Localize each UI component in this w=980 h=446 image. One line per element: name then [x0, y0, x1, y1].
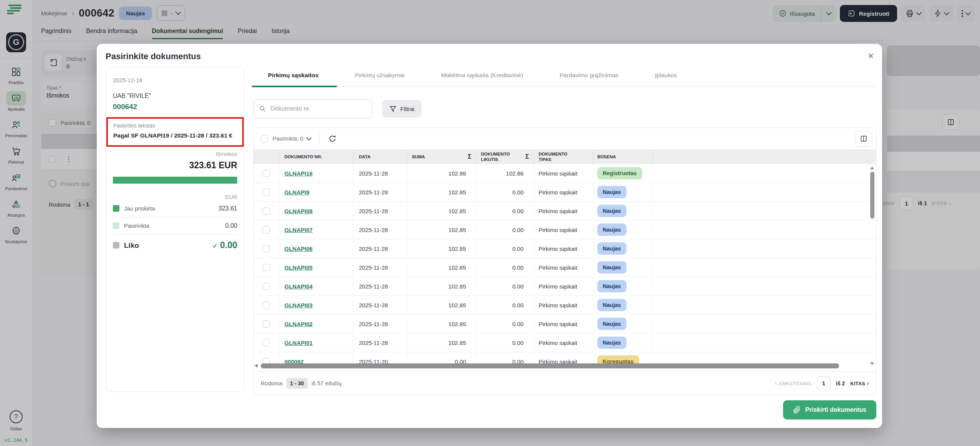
document-likutis: 0.00 [476, 333, 534, 352]
document-date: 2025-11-28 [354, 296, 407, 314]
document-date: 2025-11-28 [354, 239, 407, 258]
header-suma[interactable]: SUMA Σ [407, 149, 476, 164]
document-suma: 102.86 [407, 164, 476, 182]
scroll-down-icon[interactable] [870, 362, 874, 365]
table-row[interactable]: GLNAPI06 2025-11-28 102.85 0.00 Pirkimo … [254, 239, 876, 258]
document-tipas: Pirkimo sąskait [534, 202, 593, 220]
currency-label: EUR [113, 194, 237, 200]
vertical-scroll-thumb[interactable] [870, 172, 874, 219]
document-suma: 102.85 [407, 239, 476, 258]
tab-pirkimu-saskaitos[interactable]: Pirkimų sąskaitos [268, 64, 319, 86]
allocation-progress-bar [113, 177, 237, 184]
tab-pirkimu-uzsakymai[interactable]: Pirkimų užsakymai [355, 64, 405, 86]
table-row[interactable]: GLNAPI9 2025-11-28 102.85 0.00 Pirkimo s… [254, 183, 876, 202]
status-badge: Naujas [597, 337, 626, 349]
tab-iplaukos[interactable]: Įplaukos [655, 64, 677, 86]
legend-assigned: Jau priskirta 323.61 [113, 200, 237, 217]
horizontal-scrollbar[interactable] [255, 363, 868, 369]
document-date: 2025-11-28 [354, 315, 407, 333]
document-link[interactable]: GLNAPI05 [279, 258, 354, 277]
purpose-highlight-box: Paskirties tekstas Pagal SF GLNAPI19 / 2… [106, 117, 244, 147]
table-row[interactable]: GLNAPI01 2025-11-28 102.85 0.00 Pirkimo … [254, 333, 876, 352]
table-row[interactable]: GLNAPI04 2025-11-28 102.85 0.00 Pirkimo … [254, 277, 876, 296]
select-all-checkbox[interactable] [261, 135, 268, 143]
document-link[interactable]: GLNAPI9 [279, 183, 354, 201]
row-checkbox[interactable] [263, 283, 270, 290]
table-toolbar: Pasirinkta: 0 [254, 128, 876, 149]
payment-number[interactable]: 000642 [113, 103, 237, 111]
document-likutis: 102.86 [476, 164, 534, 182]
document-date: 2025-11-28 [354, 333, 407, 352]
scroll-left-icon[interactable] [255, 364, 258, 368]
header-dokumento-nr[interactable]: DOKUMENTO NR. [279, 149, 354, 164]
close-icon[interactable]: × [868, 51, 874, 61]
tab-moketina-saskaita[interactable]: Mokėtina sąskaita (Kreditorinė) [441, 64, 523, 86]
next-page-button[interactable]: KITAS › [850, 380, 869, 387]
search-field [253, 99, 372, 118]
row-checkbox[interactable] [263, 189, 270, 196]
row-checkbox[interactable] [263, 245, 270, 252]
document-link[interactable]: GLNAPI04 [279, 277, 354, 295]
document-link[interactable]: GLNAPI03 [279, 296, 354, 314]
row-checkbox[interactable] [263, 320, 270, 328]
header-dokumento-likutis[interactable]: DOKUMENTO LIKUTIS Σ [476, 149, 534, 164]
status-badge: Naujas [597, 186, 626, 198]
document-link[interactable]: GLNAPI08 [279, 202, 354, 220]
table-pagination: Rodoma 1 - 30 iš 57 eilučių ‹ ANKSTESNIS… [254, 371, 876, 395]
document-link[interactable]: GLNAPI01 [279, 333, 354, 352]
row-checkbox[interactable] [263, 170, 270, 177]
document-link[interactable]: GLNAPI06 [279, 239, 354, 258]
scroll-up-icon[interactable] [870, 166, 874, 169]
row-checkbox[interactable] [263, 207, 270, 215]
row-checkbox[interactable] [263, 226, 270, 234]
table-row[interactable]: GLNAPI05 2025-11-28 102.85 0.00 Pirkimo … [254, 258, 876, 277]
tab-pardavimo-grazinimas[interactable]: Pardavimo grąžinimas [560, 64, 618, 86]
payment-total: 323.61 EUR [113, 160, 237, 171]
header-busena[interactable]: BŪSENA [593, 149, 653, 164]
modal-tabs: Pirkimų sąskaitos Pirkimų užsakymai Mokė… [253, 64, 876, 87]
documents-table-body: GLNAPI16 2025-11-28 102.86 102.86 Pirkim… [254, 164, 876, 367]
assign-documents-button[interactable]: Priskirti dokumentus [783, 400, 876, 419]
row-checkbox[interactable] [263, 302, 270, 309]
row-checkbox[interactable] [263, 264, 270, 271]
status-badge: Naujas [597, 205, 626, 217]
vertical-scrollbar[interactable] [870, 166, 875, 365]
document-link[interactable]: GLNAPI02 [279, 315, 354, 333]
row-checkbox[interactable] [263, 339, 270, 347]
page-number-input[interactable]: 1 [817, 376, 831, 390]
document-link[interactable]: GLNAPI16 [279, 164, 354, 182]
table-row[interactable]: GLNAPI07 2025-11-28 102.85 0.00 Pirkimo … [254, 221, 876, 239]
table-row[interactable]: GLNAPI02 2025-11-28 102.85 0.00 Pirkimo … [254, 315, 876, 333]
search-input[interactable] [270, 105, 367, 113]
document-suma: 102.85 [407, 277, 476, 295]
horizontal-scroll-thumb[interactable] [261, 363, 839, 368]
check-icon: ✓ [212, 242, 218, 250]
status-badge: Naujas [597, 242, 626, 255]
refresh-icon[interactable] [328, 134, 337, 143]
status-badge: Naujas [597, 261, 626, 274]
header-checkbox-cell [254, 149, 279, 164]
filter-button[interactable]: Filtrai [382, 100, 421, 118]
sum-icon[interactable]: Σ [525, 153, 529, 160]
column-settings-button[interactable] [855, 131, 872, 147]
payment-type: Išmokos [113, 151, 237, 157]
page-of: iš 2 [836, 380, 845, 386]
document-tipas: Pirkimo sąskait [534, 258, 593, 277]
status-badge: Naujas [597, 280, 626, 292]
sum-icon[interactable]: Σ [468, 153, 471, 160]
document-tipas: Pirkimo sąskait [534, 183, 593, 201]
header-dokumento-tipas[interactable]: DOKUMENTO TIPAS [534, 149, 593, 164]
document-date: 2025-11-28 [354, 221, 407, 239]
table-row[interactable]: GLNAPI16 2025-11-28 102.86 102.86 Pirkim… [254, 164, 876, 183]
chevron-down-icon[interactable] [306, 135, 312, 141]
document-likutis: 0.00 [476, 202, 534, 220]
document-link[interactable]: GLNAPI07 [279, 221, 354, 239]
document-likutis: 0.00 [476, 239, 534, 258]
table-row[interactable]: GLNAPI03 2025-11-28 102.85 0.00 Pirkimo … [254, 296, 876, 315]
document-likutis: 0.00 [476, 183, 534, 201]
document-suma: 102.85 [407, 333, 476, 352]
header-data[interactable]: DATA [354, 149, 407, 164]
table-row[interactable]: GLNAPI08 2025-11-28 102.85 0.00 Pirkimo … [254, 202, 876, 221]
document-suma: 102.85 [407, 296, 476, 314]
legend-swatch [113, 222, 119, 229]
